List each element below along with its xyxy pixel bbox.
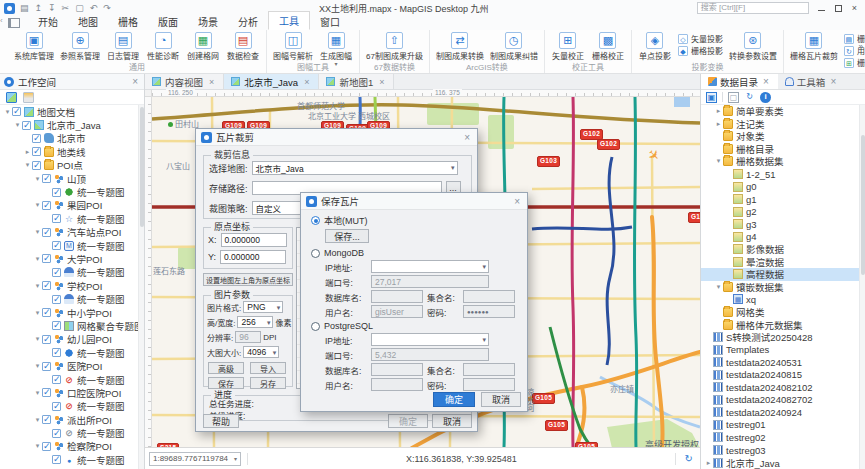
layer-checkbox[interactable] (42, 442, 51, 451)
tree-row[interactable]: testreg03 (701, 444, 865, 457)
connect-icon[interactable]: ▣ (706, 92, 717, 103)
tree-row[interactable]: ▾果园POI (0, 199, 144, 212)
tree-row[interactable]: 统一专题图 (0, 400, 144, 413)
select-map-combobox[interactable]: 北京市_Java (252, 161, 458, 175)
ribbon-item[interactable]: ⊛转换参数设置 (726, 31, 780, 62)
expander-open-icon[interactable]: ▾ (13, 121, 22, 129)
undo-icon[interactable]: ↶ (90, 3, 98, 13)
map-view-tab-icon[interactable] (6, 92, 17, 103)
layer-checkbox[interactable] (42, 415, 51, 424)
tree-row[interactable]: 高程数据 (701, 268, 865, 281)
dialog-titlebar[interactable]: 保存瓦片 × (301, 193, 527, 210)
layout-pane-icon[interactable] (8, 18, 20, 28)
layer-checkbox[interactable] (52, 402, 61, 411)
tree-row[interactable]: 统一专题图 (0, 239, 144, 252)
layer-checkbox[interactable] (52, 188, 61, 197)
ribbon-item[interactable]: ◇矢量投影 (678, 33, 723, 44)
layer-checkbox[interactable] (52, 429, 61, 438)
menu-tab-窗口[interactable]: 窗口 (310, 13, 350, 30)
close-icon[interactable]: × (828, 76, 838, 87)
ribbon-item[interactable]: ◈单点投影 (635, 31, 675, 62)
tree-row[interactable]: 1-2_51 (701, 168, 865, 181)
layer-checkbox[interactable] (42, 281, 51, 290)
ribbon-item[interactable]: ▦创建格网 (183, 31, 223, 62)
menu-tab-地图[interactable]: 地图 (68, 13, 108, 30)
expander-closed-icon[interactable]: ▸ (714, 120, 723, 128)
tree-row[interactable]: testreg01 (701, 419, 865, 432)
close-icon[interactable]: × (302, 77, 311, 87)
ribbon-item[interactable]: ⊕参照系管理 (57, 31, 103, 62)
expander-open-icon[interactable]: ▾ (33, 362, 42, 370)
mongo-ip-combobox[interactable] (371, 260, 489, 273)
tree-row[interactable]: 网格类 (701, 306, 865, 319)
expander-open-icon[interactable]: ▾ (33, 228, 42, 236)
layer-checkbox[interactable] (42, 228, 51, 237)
layer-checkbox[interactable] (42, 174, 51, 183)
tree-row[interactable]: g2 (701, 205, 865, 218)
expander-open-icon[interactable]: ▾ (33, 309, 42, 317)
import-button[interactable]: 导入 (250, 362, 286, 374)
ribbon-collapse-icon[interactable]: ‹ (0, 16, 3, 25)
tree-row[interactable]: 栅格体元数据集 (701, 318, 865, 331)
scale-selector[interactable]: 1:89689.7767119784 ▾ (149, 452, 241, 466)
layer-tree-scrollbar[interactable] (138, 105, 144, 469)
local-radio[interactable] (311, 216, 320, 225)
ribbon-item[interactable]: ▦栅格瓦片裁剪 (787, 31, 841, 62)
tree-row[interactable]: 栅格目录 (701, 143, 865, 156)
save-button[interactable]: 保存 (208, 377, 244, 389)
catalog-scrollbar[interactable] (859, 105, 865, 469)
ribbon-item[interactable]: ◔性能诊断 (143, 31, 183, 62)
tree-row[interactable]: 统一专题图 (0, 212, 144, 225)
tree-row[interactable]: ▾北京市_Java (0, 118, 144, 131)
layer-checkbox[interactable] (42, 388, 51, 397)
tree-row[interactable]: 影像数据 (701, 243, 865, 256)
layer-checkbox[interactable] (52, 321, 61, 330)
select-icon[interactable]: ▢ (75, 3, 84, 13)
tree-row[interactable]: testdata2024082102 (701, 381, 865, 394)
menu-tab-分析[interactable]: 分析 (228, 13, 268, 30)
tree-row[interactable]: ▸注记类 (701, 118, 865, 131)
search-input[interactable]: 搜索 [Ctrl][F] (697, 2, 809, 14)
tree-row[interactable]: ▾山顶 (0, 172, 144, 185)
ribbon-item[interactable]: ▦生成图幅▾ (316, 31, 356, 67)
close-button[interactable]: × (852, 4, 857, 13)
menu-tab-开始[interactable]: 开始 (28, 13, 68, 30)
cut-icon[interactable]: ✂ (62, 3, 70, 13)
close-icon[interactable]: × (377, 77, 386, 87)
tree-row[interactable]: ▾POI点 (0, 159, 144, 172)
expander-open-icon[interactable]: ▾ (714, 283, 723, 291)
expander-open-icon[interactable]: ▾ (33, 442, 42, 450)
expander-closed-icon[interactable]: ▸ (714, 107, 723, 115)
bigimg-combobox[interactable]: 4096 (243, 346, 279, 358)
tree-row[interactable]: g0 (701, 180, 865, 193)
expander-open-icon[interactable]: ▾ (3, 108, 12, 116)
menu-tab-工具[interactable]: 工具 (268, 11, 310, 30)
tree-row[interactable]: ▾学校POI (0, 279, 144, 292)
layer-checkbox[interactable] (52, 214, 61, 223)
layer-checkbox[interactable] (52, 268, 61, 277)
expander-open-icon[interactable]: ▾ (33, 201, 42, 209)
layer-checkbox[interactable] (32, 134, 41, 143)
tree-row[interactable]: 统一专题图 (0, 373, 144, 386)
tree-row[interactable]: ▾地图文档 (0, 105, 144, 118)
layer-checkbox[interactable] (42, 335, 51, 344)
expander-closed-icon[interactable]: ▸ (23, 148, 32, 156)
undo-step-icon[interactable]: ↥ (35, 3, 43, 13)
tree-row[interactable]: xq (701, 293, 865, 306)
expander-open-icon[interactable]: ▾ (23, 161, 32, 169)
tree-row[interactable]: testreg02 (701, 431, 865, 444)
cancel-button[interactable]: 取消 (481, 392, 521, 407)
ribbon-item[interactable]: ⇧67制图成果升级 (363, 31, 426, 62)
tree-row[interactable]: ▸简单要素类 (701, 105, 865, 118)
tree-row[interactable]: g3 (701, 218, 865, 231)
map-tab-新地图1[interactable]: 新地图1× (319, 74, 394, 89)
layer-checkbox[interactable] (42, 362, 51, 371)
redo-step-icon[interactable]: ↧ (48, 3, 56, 13)
tree-row[interactable]: 统一专题图 (0, 185, 144, 198)
app-logo-icon[interactable] (4, 3, 15, 14)
dialog-titlebar[interactable]: 瓦片裁剪 × (196, 129, 477, 146)
cancel-button[interactable]: 取消 (432, 414, 472, 428)
info-icon[interactable]: i (760, 92, 771, 103)
tree-row[interactable]: ▾栅格数据集 (701, 155, 865, 168)
tree-row[interactable]: ▾检察院POI (0, 440, 144, 453)
